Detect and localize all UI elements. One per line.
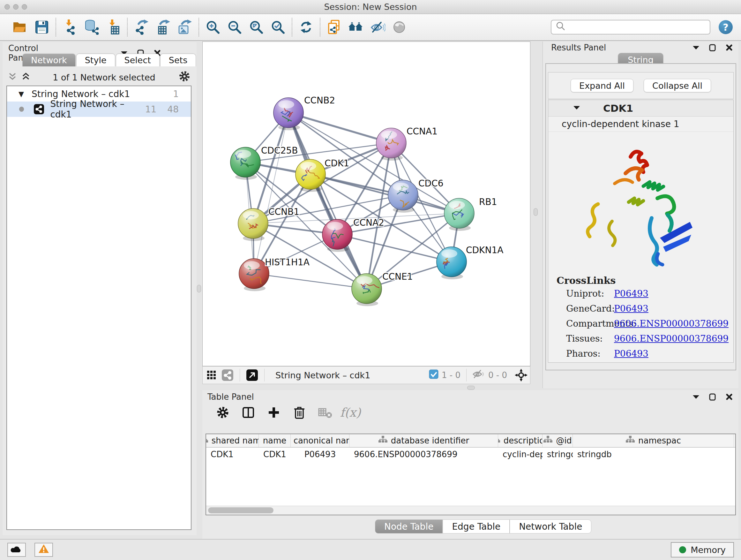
collapse-all-networks-icon[interactable] [8, 71, 17, 83]
float-panel-icon[interactable] [691, 43, 701, 52]
network-list: ▼String Network – cdk1 1 String Network … [6, 85, 192, 530]
column-label: description [503, 436, 542, 445]
birds-eye-crosshair-icon[interactable] [515, 369, 528, 381]
table-row[interactable]: CDK1CDK1P064939606.ENSP00000378699cyclin… [206, 448, 735, 461]
graph-node-label: CDC25B [261, 145, 298, 156]
zoom-out-icon[interactable] [226, 18, 243, 36]
graph-edge[interactable] [254, 113, 288, 273]
first-neighbors-icon[interactable] [347, 18, 364, 36]
zoom-in-icon[interactable] [204, 18, 221, 36]
crosslink-link[interactable]: P06493 [614, 303, 649, 314]
graph-node-CCNE1[interactable] [352, 273, 382, 306]
create-column-icon[interactable] [266, 405, 281, 420]
graph-node-CCNA1[interactable] [376, 128, 406, 161]
export-image-icon[interactable] [176, 18, 193, 36]
cloud-button[interactable] [7, 543, 26, 557]
close-panel-icon[interactable] [724, 43, 734, 52]
graph-node-CDKN1A[interactable] [436, 247, 467, 279]
expand-all-button[interactable]: Expand All [570, 79, 633, 92]
collapse-all-button[interactable]: Collapse All [644, 79, 711, 92]
tab-network-table[interactable]: Network Table [510, 519, 591, 534]
hide-selected-icon[interactable] [369, 18, 386, 36]
column-header-name[interactable]: name [259, 434, 291, 447]
show-columns-icon[interactable] [241, 405, 256, 420]
zoom-fit-icon[interactable] [248, 18, 265, 36]
close-panel-icon[interactable] [724, 392, 734, 401]
delete-column-icon[interactable] [292, 405, 307, 420]
network-view-toolbar: String Network – cdk1 1 - 0 0 - 0 [202, 366, 530, 384]
table-options-gear-icon[interactable] [215, 405, 230, 420]
tab-sets[interactable]: Sets [160, 54, 196, 66]
export-table-icon[interactable] [154, 18, 172, 36]
column-header-canonical-name[interactable]: canonical name [291, 434, 349, 447]
hidden-eye-icon[interactable] [472, 369, 485, 381]
results-panel: Results Panel String Expand All Collapse… [542, 42, 738, 388]
network-options-gear-icon[interactable] [178, 70, 191, 84]
tab-style[interactable]: Style [76, 54, 115, 66]
graph-node-HIST1H1A[interactable] [239, 259, 269, 291]
export-network-icon[interactable] [133, 18, 150, 36]
graph-edge[interactable] [254, 273, 367, 289]
tree-icon [625, 435, 635, 446]
search-box[interactable] [551, 20, 711, 35]
current-network-name: String Network – cdk1 [275, 370, 370, 380]
column-header-database-identifier[interactable]: database identifier [349, 434, 498, 447]
gene-symbol: CDK1 [603, 103, 633, 114]
maximize-panel-icon[interactable] [708, 43, 718, 52]
tab-network[interactable]: Network [22, 54, 76, 66]
column-header-namespac[interactable]: namespac [573, 434, 734, 447]
network-list-item[interactable]: String Network – cdk1 1148 [7, 102, 191, 117]
tab-select[interactable]: Select [116, 54, 159, 66]
delete-table-icon[interactable] [317, 405, 333, 420]
show-all-icon[interactable] [391, 18, 408, 36]
search-input[interactable] [569, 22, 703, 32]
copy-icon[interactable] [326, 18, 343, 36]
vertical-splitter-right[interactable] [534, 208, 538, 216]
selected-checkbox-icon[interactable] [429, 369, 439, 381]
network-selection-status: 1 of 1 Network selected [30, 72, 178, 82]
crosslink-link[interactable]: 9606.ENSP00000378699 [614, 318, 729, 329]
save-session-icon[interactable] [33, 18, 51, 36]
import-network-icon[interactable] [61, 18, 78, 36]
graph-node-CDC25B[interactable] [230, 147, 260, 180]
function-builder-icon[interactable]: f(x) [343, 405, 358, 420]
tab-node-table[interactable]: Node Table [375, 519, 443, 534]
float-panel-icon[interactable] [691, 392, 701, 401]
crosslink-link[interactable]: 9606.ENSP00000378699 [614, 333, 729, 344]
collapse-entry-icon[interactable] [572, 104, 581, 113]
graph-node-label: CCNB1 [268, 206, 299, 217]
network-canvas[interactable]: CCNB2CCNA1CDC25BCDK1CDC6RB1CCNB1CCNA2CDK… [202, 42, 530, 366]
column-header-@id[interactable]: @id [542, 434, 573, 447]
horizontal-splitter[interactable] [467, 386, 475, 390]
graph-node-CCNB1[interactable] [238, 208, 268, 241]
help-button[interactable]: ? [719, 20, 733, 34]
expand-all-networks-icon[interactable] [22, 71, 30, 83]
maximize-panel-icon[interactable] [708, 392, 718, 401]
column-header-description[interactable]: description [498, 434, 542, 447]
graph-node-RB1[interactable] [444, 198, 474, 231]
open-session-icon[interactable] [11, 18, 29, 36]
tree-collapse-icon[interactable]: ▼ [18, 90, 24, 98]
close-window-button[interactable] [4, 4, 10, 10]
grid-view-icon[interactable] [205, 369, 218, 381]
network-badge-icon[interactable] [221, 369, 234, 381]
table-horizontal-scrollbar[interactable] [206, 506, 735, 515]
tab-edge-table[interactable]: Edge Table [443, 519, 510, 534]
column-header-shared-name[interactable]: shared name [206, 434, 259, 447]
zoom-window-button[interactable] [22, 4, 27, 10]
cloud-icon [10, 544, 23, 556]
graph-node-CDC6[interactable] [388, 180, 418, 212]
memory-button[interactable]: Memory [671, 542, 734, 557]
graph-edge[interactable] [288, 113, 391, 143]
scrollbar-thumb[interactable] [208, 507, 273, 513]
crosslink-link[interactable]: P06493 [614, 348, 649, 359]
minimize-window-button[interactable] [13, 4, 18, 10]
zoom-selected-icon[interactable] [269, 18, 286, 36]
import-table-icon[interactable] [105, 18, 122, 36]
refresh-icon[interactable] [297, 18, 315, 36]
detach-view-icon[interactable] [246, 369, 259, 381]
crosslink-link[interactable]: P06493 [614, 288, 649, 299]
import-database-icon[interactable] [83, 18, 100, 36]
vertical-splitter-left[interactable] [197, 285, 201, 293]
warnings-button[interactable] [35, 543, 53, 557]
